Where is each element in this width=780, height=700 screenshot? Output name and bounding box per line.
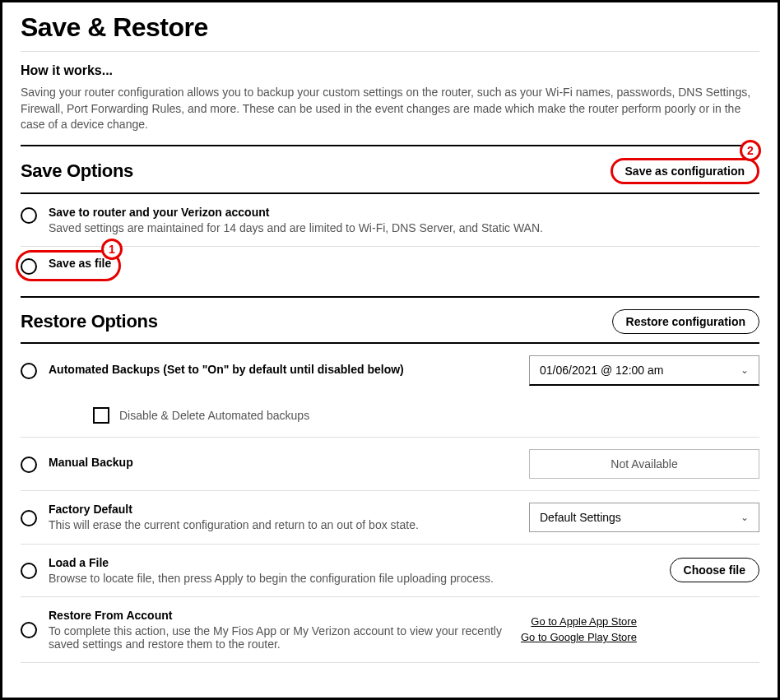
manual-backup-right: Not Available: [529, 449, 759, 479]
load-file-title: Load a File: [49, 556, 658, 569]
restore-from-account-row: Restore From Account To complete this ac…: [21, 597, 759, 663]
automated-backups-datetime-value: 01/06/2021 @ 12:00 am: [540, 364, 663, 377]
factory-default-value: Default Settings: [540, 511, 621, 524]
save-to-router-desc: Saved settings are maintained for 14 day…: [49, 221, 759, 234]
page-frame: Save & Restore How it works... Saving yo…: [0, 0, 780, 700]
disable-automated-label: Disable & Delete Automated backups: [119, 409, 309, 422]
load-file-radio[interactable]: [21, 563, 37, 579]
restore-options-header: Restore Options Restore configuration: [21, 309, 759, 334]
restore-section-top-divider: [21, 296, 759, 298]
save-options-header: Save Options Save as configuration 2: [21, 158, 759, 184]
factory-default-radio[interactable]: [21, 510, 37, 526]
automated-backups-radio[interactable]: [21, 363, 37, 379]
save-as-file-text: Save as file: [49, 257, 759, 272]
chevron-down-icon: ⌄: [741, 364, 749, 376]
automated-backups-row: Automated Backups (Set to "On" by defaul…: [21, 344, 759, 394]
disable-automated-row: Disable & Delete Automated backups: [21, 394, 759, 438]
restore-configuration-button[interactable]: Restore configuration: [612, 309, 759, 334]
save-to-router-row: Save to router and your Verizon account …: [21, 194, 759, 247]
how-it-works-heading: How it works...: [21, 63, 759, 78]
automated-backups-right: 01/06/2021 @ 12:00 am ⌄: [529, 355, 759, 386]
save-to-router-radio[interactable]: [21, 207, 37, 224]
page-title: Save & Restore: [21, 12, 759, 43]
manual-backup-text: Manual Backup: [49, 456, 518, 471]
save-options-heading: Save Options: [21, 160, 133, 182]
manual-backup-radio[interactable]: [21, 457, 37, 473]
save-section-top-divider: [21, 145, 759, 146]
save-as-file-row: 1 Save as file: [21, 247, 759, 288]
google-play-store-link[interactable]: Go to Google Play Store: [521, 631, 637, 643]
chevron-down-icon: ⌄: [741, 512, 749, 523]
manual-backup-row: Manual Backup Not Available: [21, 438, 759, 491]
save-as-file-radio[interactable]: [21, 258, 37, 275]
save-to-router-title: Save to router and your Verizon account: [49, 206, 759, 219]
factory-default-row: Factory Default This will erase the curr…: [21, 491, 759, 545]
apple-app-store-link[interactable]: Go to Apple App Store: [531, 615, 637, 628]
factory-default-text: Factory Default This will erase the curr…: [49, 503, 518, 531]
manual-backup-title: Manual Backup: [49, 456, 518, 469]
restore-from-account-text: Restore From Account To complete this ac…: [49, 609, 509, 651]
manual-backup-status: Not Available: [529, 449, 759, 479]
how-it-works-text: Saving your router configuration allows …: [21, 85, 759, 133]
load-file-desc: Browse to locate file, then press Apply …: [49, 572, 658, 585]
restore-options-heading: Restore Options: [21, 311, 158, 332]
restore-from-account-links: Go to Apple App Store Go to Google Play …: [521, 615, 637, 643]
restore-from-account-title: Restore From Account: [49, 609, 509, 622]
load-file-row: Load a File Browse to locate file, then …: [21, 545, 759, 597]
factory-default-right: Default Settings ⌄: [529, 503, 759, 532]
save-as-configuration-button[interactable]: Save as configuration: [611, 158, 759, 184]
factory-default-desc: This will erase the current configuratio…: [49, 518, 518, 531]
save-as-file-title: Save as file: [49, 257, 759, 270]
factory-default-title: Factory Default: [49, 503, 518, 516]
automated-backups-text: Automated Backups (Set to "On" by defaul…: [49, 363, 518, 378]
automated-backups-datetime-select[interactable]: 01/06/2021 @ 12:00 am ⌄: [529, 355, 759, 386]
restore-from-account-desc: To complete this action, use the My Fios…: [49, 624, 509, 651]
load-file-text: Load a File Browse to locate file, then …: [49, 556, 658, 585]
save-to-router-text: Save to router and your Verizon account …: [49, 206, 759, 234]
choose-file-button[interactable]: Choose file: [670, 558, 759, 582]
load-file-right: Choose file: [670, 558, 759, 582]
restore-from-account-radio[interactable]: [21, 622, 37, 638]
automated-backups-title: Automated Backups (Set to "On" by defaul…: [49, 363, 518, 376]
disable-automated-checkbox[interactable]: [93, 407, 109, 424]
title-divider: [21, 51, 759, 52]
factory-default-select[interactable]: Default Settings ⌄: [529, 503, 759, 532]
